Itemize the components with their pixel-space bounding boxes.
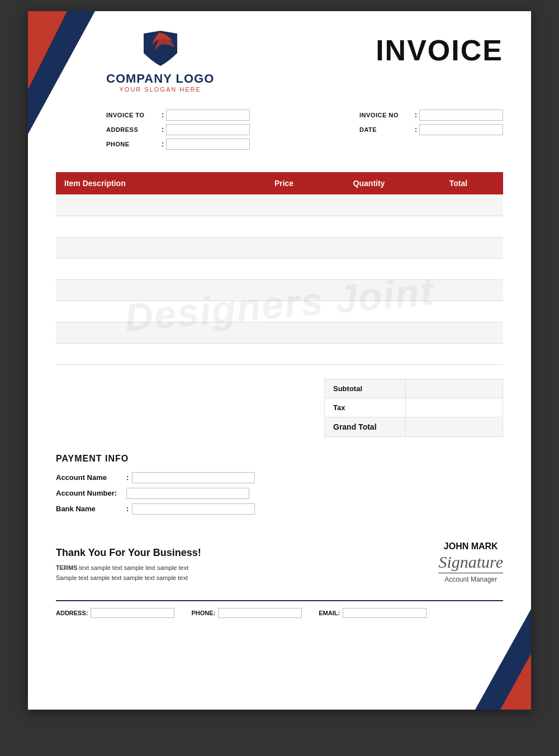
cell-total[interactable]: [414, 322, 503, 343]
footer-phone-group: PHONE:: [191, 608, 302, 618]
account-number-field[interactable]: [126, 488, 249, 499]
cell-description[interactable]: [56, 216, 244, 237]
logo-section: COMPANY LOGO YOUR SLOGAN HERE: [106, 28, 214, 93]
table-row: [56, 194, 503, 216]
cell-quantity[interactable]: [324, 237, 414, 258]
address-field[interactable]: [166, 124, 250, 135]
grand-total-label: Grand Total: [325, 417, 406, 436]
account-name-colon: :: [126, 473, 129, 482]
terms-content-2: Sample text sample text sample text samp…: [56, 574, 188, 581]
cell-quantity[interactable]: [324, 194, 414, 216]
bottom-footer: ADDRESS: PHONE: EMAIL:: [56, 600, 503, 629]
table-row: [56, 216, 503, 237]
cell-quantity[interactable]: [324, 279, 414, 301]
col-header-price: Price: [244, 172, 324, 194]
bank-name-row: Bank Name :: [56, 503, 503, 515]
footer-address-group: ADDRESS:: [56, 608, 174, 618]
cell-description[interactable]: [56, 322, 244, 343]
info-right: INVOICE NO : DATE :: [359, 110, 503, 150]
invoice-to-field[interactable]: [166, 110, 250, 121]
footer-address-field[interactable]: [91, 608, 174, 618]
subtotal-row: Subtotal: [325, 379, 503, 398]
cell-price[interactable]: [244, 216, 324, 237]
payment-title: PAYMENT INFO: [56, 454, 503, 464]
footer-email-label: EMAIL:: [319, 610, 340, 616]
bank-name-field[interactable]: [132, 503, 255, 515]
invoice-to-colon: :: [162, 111, 164, 119]
cell-quantity[interactable]: [324, 258, 414, 279]
cell-quantity[interactable]: [324, 301, 414, 322]
terms-label: TERMS: [56, 564, 78, 571]
terms-text: TERMS text sample text sample text sampl…: [56, 563, 201, 583]
account-number-label: Account Number:: [56, 489, 123, 497]
table-row: [56, 279, 503, 301]
cell-total[interactable]: [414, 237, 503, 258]
cell-description[interactable]: [56, 279, 244, 301]
cell-total[interactable]: [414, 279, 503, 301]
cell-total[interactable]: [414, 216, 503, 237]
table-header-row: Item Description Price Quantity Total: [56, 172, 503, 194]
date-colon: :: [415, 126, 417, 134]
invoice-info-section: INVOICE TO : ADDRESS : PHONE : INVOICE N…: [28, 104, 531, 161]
phone-field[interactable]: [166, 139, 250, 150]
account-name-field[interactable]: [132, 472, 255, 483]
table-row: [56, 322, 503, 343]
cell-price[interactable]: [244, 237, 324, 258]
cell-description[interactable]: [56, 301, 244, 322]
totals-section: Subtotal Tax Grand Total: [28, 379, 531, 437]
payment-section: PAYMENT INFO Account Name : Account Numb…: [28, 437, 531, 525]
cell-price[interactable]: [244, 301, 324, 322]
cell-description[interactable]: [56, 258, 244, 279]
invoice-no-field[interactable]: [419, 110, 503, 121]
phone-label: PHONE: [106, 141, 159, 148]
phone-row: PHONE :: [106, 139, 250, 150]
cell-total[interactable]: [414, 343, 503, 364]
col-header-total: Total: [414, 172, 503, 194]
tax-row: Tax: [325, 398, 503, 417]
tax-value[interactable]: [406, 398, 503, 417]
date-field[interactable]: [419, 124, 503, 135]
cell-description[interactable]: [56, 343, 244, 364]
cell-total[interactable]: [414, 194, 503, 216]
cell-price[interactable]: [244, 343, 324, 364]
cell-description[interactable]: [56, 194, 244, 216]
subtotal-value[interactable]: [406, 379, 503, 398]
footer-phone-field[interactable]: [218, 608, 302, 618]
footer-left: Thank You For Your Business! TERMS text …: [56, 547, 201, 583]
subtotal-label: Subtotal: [325, 379, 406, 398]
table-section: Item Description Price Quantity Total: [28, 161, 531, 376]
cell-description[interactable]: [56, 237, 244, 258]
header: COMPANY LOGO YOUR SLOGAN HERE INVOICE: [28, 11, 531, 104]
cell-price[interactable]: [244, 194, 324, 216]
cell-total[interactable]: [414, 258, 503, 279]
invoice-no-label: INVOICE NO: [359, 112, 413, 118]
account-name-label: Account Name: [56, 473, 123, 482]
invoice-to-row: INVOICE TO :: [106, 110, 250, 121]
corner-decoration-bottom-right: [475, 609, 531, 710]
account-number-row: Account Number:: [56, 488, 503, 499]
footer-main: Thank You For Your Business! TERMS text …: [28, 525, 531, 595]
bank-name-colon: :: [126, 505, 129, 513]
cell-quantity[interactable]: [324, 343, 414, 364]
grand-total-row: Grand Total: [325, 417, 503, 436]
thank-you-text: Thank You For Your Business!: [56, 547, 201, 559]
cell-total[interactable]: [414, 301, 503, 322]
footer-email-group: EMAIL:: [319, 608, 427, 618]
cell-quantity[interactable]: [324, 322, 414, 343]
signer-name: JOHN MARK: [438, 541, 503, 551]
address-label: ADDRESS: [106, 126, 159, 133]
cell-price[interactable]: [244, 258, 324, 279]
footer-address-label: ADDRESS:: [56, 610, 88, 616]
cell-price[interactable]: [244, 279, 324, 301]
grand-total-value[interactable]: [406, 417, 503, 436]
table-row: [56, 258, 503, 279]
company-logo-icon: [138, 28, 183, 67]
invoice-table: Item Description Price Quantity Total: [56, 172, 503, 365]
cell-quantity[interactable]: [324, 216, 414, 237]
footer-email-field[interactable]: [343, 608, 427, 618]
invoice-no-colon: :: [415, 111, 417, 119]
footer-phone-label: PHONE:: [191, 610, 215, 616]
cell-price[interactable]: [244, 322, 324, 343]
phone-colon: :: [162, 140, 164, 148]
address-row: ADDRESS :: [106, 124, 250, 135]
